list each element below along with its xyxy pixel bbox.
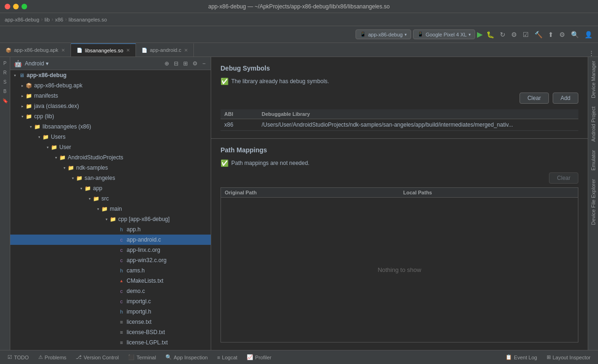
tab-so-close[interactable]: ✕ bbox=[126, 48, 130, 53]
locate-icon[interactable]: ⊕ bbox=[163, 59, 171, 68]
importgl-c-icon: c bbox=[118, 298, 125, 305]
build-variants-icon[interactable]: B bbox=[1, 87, 9, 95]
main-toggle[interactable] bbox=[95, 206, 101, 212]
tab-c-close[interactable]: ✕ bbox=[184, 48, 188, 53]
tree-node-cams-h[interactable]: h cams.h bbox=[10, 265, 211, 276]
breadcrumb-item-3[interactable]: x86 bbox=[55, 17, 64, 22]
apk-toggle[interactable]: ▸ bbox=[20, 83, 25, 88]
project-icon[interactable]: P bbox=[1, 59, 9, 67]
problems-tab[interactable]: ⚠ Problems bbox=[35, 353, 70, 362]
gear-icon[interactable]: ⚙ bbox=[191, 59, 199, 68]
android-dropdown[interactable]: Android ▾ bbox=[25, 60, 49, 67]
root-toggle[interactable] bbox=[12, 72, 18, 78]
account-icon[interactable]: 👤 bbox=[583, 30, 594, 39]
settings-icon[interactable]: ⚙ bbox=[557, 30, 567, 39]
tree-node-app-win32[interactable]: c app-win32.c.org bbox=[10, 255, 211, 265]
maximize-button[interactable] bbox=[21, 4, 27, 9]
profiler-tab[interactable]: 📈 Profiler bbox=[243, 353, 275, 362]
tree-node-license-lgpl[interactable]: ≡ license-LGPL.txt bbox=[10, 337, 211, 348]
sync-icon[interactable]: ↻ bbox=[498, 30, 507, 39]
bookmarks-icon[interactable]: 🔖 bbox=[1, 96, 9, 105]
collapse-icon[interactable]: ⊟ bbox=[172, 59, 180, 68]
layout-inspector-tab[interactable]: ⊞ Layout Inspector bbox=[543, 353, 594, 362]
tree-node-importgl-c[interactable]: c importgl.c bbox=[10, 296, 211, 307]
tree-node-app-android[interactable]: c app-android.c bbox=[10, 235, 211, 245]
structure-icon[interactable]: S bbox=[1, 78, 9, 86]
tree-node-app-linx[interactable]: c app-linx.c.org bbox=[10, 245, 211, 255]
tree-node-license-bsd[interactable]: ≡ license-BSD.txt bbox=[10, 327, 211, 337]
tree-node-main[interactable]: 📁 main bbox=[10, 204, 211, 214]
tree-node-app-h[interactable]: h app.h bbox=[10, 224, 211, 235]
deploy-icon[interactable]: ⬆ bbox=[546, 30, 555, 39]
coverage-icon[interactable]: ☑ bbox=[521, 30, 531, 39]
src-toggle[interactable] bbox=[87, 196, 93, 201]
todo-tab[interactable]: ☑ TODO bbox=[4, 353, 33, 362]
libsan-toggle[interactable] bbox=[28, 124, 34, 129]
tree-node-root[interactable]: 🖥 app-x86-debug bbox=[10, 70, 211, 80]
ndk-label: ndk-samples bbox=[76, 164, 108, 171]
emulator-label[interactable]: Emulator bbox=[589, 146, 598, 174]
cpp-debug-toggle[interactable] bbox=[104, 216, 109, 222]
expand-icon[interactable]: ⊞ bbox=[182, 59, 189, 68]
resource-manager-icon[interactable]: R bbox=[1, 68, 9, 77]
tree-node-importgl-h[interactable]: h importgl.h bbox=[10, 307, 211, 317]
tree-node-license[interactable]: ≡ license.txt bbox=[10, 317, 211, 327]
tree-node-ndk[interactable]: 📁 ndk-samples bbox=[10, 163, 211, 173]
src-label: src bbox=[101, 195, 109, 202]
tree-node-user[interactable]: 📁 User bbox=[10, 142, 211, 152]
tab-c[interactable]: 📄 app-android.c ✕ bbox=[136, 43, 194, 57]
tree-node-libsanangeles[interactable]: 📁 libsanangeles (x86) bbox=[10, 121, 211, 132]
android-project-label[interactable]: Android Project bbox=[589, 103, 598, 145]
tree-node-asp[interactable]: 📁 AndroidStudioProjects bbox=[10, 152, 211, 163]
search-icon[interactable]: 🔍 bbox=[569, 30, 581, 39]
ndk-toggle[interactable] bbox=[62, 165, 67, 171]
profile-icon[interactable]: ⚙ bbox=[509, 30, 519, 39]
app-inspection-tab[interactable]: 🔍 App Inspection bbox=[162, 353, 212, 362]
path-mappings-title: Path Mappings bbox=[221, 146, 578, 154]
users-toggle[interactable] bbox=[36, 134, 42, 140]
version-control-tab[interactable]: ⎇ Version Control bbox=[72, 353, 122, 362]
tab-apk[interactable]: 📦 app-x86-debug.apk ✕ bbox=[0, 43, 71, 57]
tree-node-manifests[interactable]: ▸ 📁 manifests bbox=[10, 91, 211, 101]
debug-icon[interactable]: 🐛 bbox=[484, 30, 496, 39]
tree-node-src[interactable]: 📁 src bbox=[10, 193, 211, 204]
pixel-selector[interactable]: 📱 Google Pixel 4 XL ▾ bbox=[413, 29, 475, 39]
app-toggle[interactable] bbox=[78, 186, 84, 191]
cpp-toggle[interactable] bbox=[20, 114, 25, 119]
tree-node-java[interactable]: ▸ 📁 java (classes.dex) bbox=[10, 101, 211, 111]
java-toggle[interactable]: ▸ bbox=[20, 103, 25, 109]
sanangeles-toggle[interactable] bbox=[70, 175, 76, 181]
tree-node-users[interactable]: 📁 Users bbox=[10, 132, 211, 142]
tab-more-button[interactable]: ⋮ bbox=[585, 50, 598, 57]
close-button[interactable] bbox=[5, 4, 10, 9]
tree-node-cpp[interactable]: 📁 cpp (lib) bbox=[10, 111, 211, 121]
tree-node-demo-c[interactable]: c demo.c bbox=[10, 286, 211, 296]
device-build-selector[interactable]: 📱 app-x86-debug ▾ bbox=[356, 29, 411, 39]
build-icon[interactable]: 🔨 bbox=[533, 30, 544, 39]
tab-so[interactable]: 📄 libsanangeles.so ✕ bbox=[71, 43, 136, 57]
tab-apk-close[interactable]: ✕ bbox=[61, 48, 65, 53]
tree-node-cmake[interactable]: ▲ CMakeLists.txt bbox=[10, 276, 211, 286]
tree-node-app[interactable]: 📁 app bbox=[10, 183, 211, 193]
run-button[interactable]: ▶ bbox=[477, 30, 483, 39]
manifests-toggle[interactable]: ▸ bbox=[20, 93, 25, 99]
breadcrumb-item-2[interactable]: lib bbox=[44, 17, 50, 22]
logcat-tab[interactable]: ≡ Logcat bbox=[214, 353, 241, 362]
breadcrumb-item-1[interactable]: app-x86-debug bbox=[5, 17, 39, 22]
file-tree-content[interactable]: 🖥 app-x86-debug ▸ 📦 app-x86-debug.apk ▸ … bbox=[10, 70, 211, 350]
device-manager-label[interactable]: Device Manager bbox=[589, 57, 598, 102]
terminal-tab[interactable]: ⬛ Terminal bbox=[124, 353, 160, 362]
path-clear-button[interactable]: Clear bbox=[549, 172, 578, 184]
debug-add-button[interactable]: Add bbox=[553, 93, 578, 104]
tree-node-cpp-debug[interactable]: 📁 cpp [app-x86-debug] bbox=[10, 214, 211, 224]
tree-node-apk[interactable]: ▸ 📦 app-x86-debug.apk bbox=[10, 80, 211, 91]
breadcrumb-item-4[interactable]: libsanangeles.so bbox=[69, 17, 107, 22]
asp-toggle[interactable] bbox=[53, 155, 59, 160]
device-file-explorer-label[interactable]: Device File Explorer bbox=[589, 175, 598, 228]
user-toggle[interactable] bbox=[45, 144, 50, 150]
debug-clear-button[interactable]: Clear bbox=[520, 93, 549, 104]
minimize-button[interactable] bbox=[13, 4, 19, 9]
hide-icon[interactable]: − bbox=[201, 59, 207, 68]
tree-node-sanangeles[interactable]: 📁 san-angeles bbox=[10, 173, 211, 183]
event-log-tab[interactable]: 📋 Event Log bbox=[502, 353, 541, 362]
